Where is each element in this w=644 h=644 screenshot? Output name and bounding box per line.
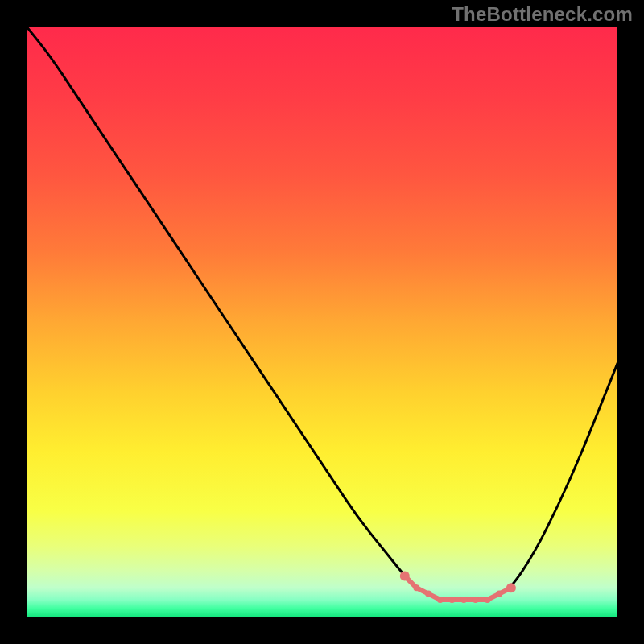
optimum-band (405, 576, 511, 600)
optimum-marker (437, 597, 444, 603)
optimum-marker (485, 597, 491, 603)
watermark-label: TheBottleneck.com (452, 3, 633, 26)
chart-frame: TheBottleneck.com (0, 0, 644, 644)
optimum-marker (400, 572, 410, 581)
optimum-marker (425, 591, 431, 597)
plot-area (27, 27, 617, 617)
optimum-marker (460, 597, 467, 603)
optimum-marker (449, 597, 456, 603)
marker-layer (27, 27, 617, 617)
optimum-marker (473, 597, 479, 603)
optimum-marker (413, 584, 419, 591)
optimum-marker (496, 591, 502, 597)
optimum-marker (506, 583, 516, 592)
